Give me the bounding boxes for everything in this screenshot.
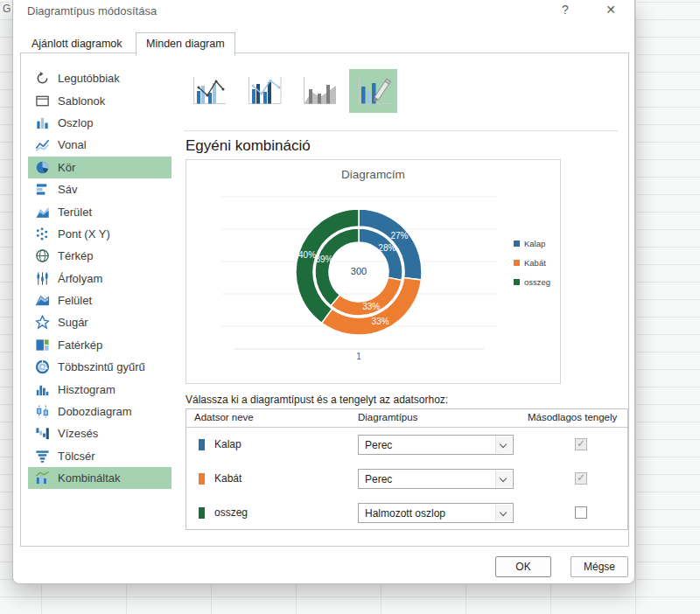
bar-chart-icon bbox=[35, 182, 55, 197]
sidebar-item-terulet[interactable]: Terület bbox=[28, 200, 172, 222]
histogram-chart-icon bbox=[35, 382, 55, 397]
sidebar-item-tobbszintu-gyuru[interactable]: Többszintű gyűrű bbox=[28, 356, 172, 378]
sidebar-item-label: Vízesés bbox=[58, 427, 98, 440]
pie-chart-icon bbox=[35, 160, 55, 175]
thumbnail-custom-combination[interactable] bbox=[349, 69, 397, 113]
recent-icon bbox=[35, 71, 55, 86]
dialog-content-frame: LegutóbbiakSablonokOszlopVonalKörSávTerü… bbox=[20, 52, 629, 547]
sidebar-item-felulet[interactable]: Felület bbox=[28, 290, 172, 311]
sidebar-item-label: Kör bbox=[58, 161, 75, 174]
sidebar-item-label: Hisztogram bbox=[58, 383, 116, 396]
close-icon[interactable]: ✕ bbox=[603, 3, 619, 17]
treemap-chart-icon bbox=[35, 338, 55, 352]
series-name: osszeg bbox=[214, 506, 248, 519]
sidebar-item-vonal[interactable]: Vonal bbox=[28, 134, 172, 156]
series-color-swatch bbox=[199, 439, 205, 450]
line-chart-icon bbox=[35, 137, 55, 152]
sidebar-item-label: Árfolyam bbox=[58, 272, 102, 285]
map-chart-icon bbox=[35, 248, 55, 263]
legend-item: Kalap bbox=[514, 239, 550, 248]
series-row-kalap: KalapPerec bbox=[186, 428, 627, 462]
dropdown-value: Perec bbox=[365, 439, 392, 451]
series-color-swatch bbox=[199, 507, 205, 519]
sidebar-item-legutobbiak[interactable]: Legutóbbiak bbox=[28, 67, 172, 89]
sidebar-item-hisztogram[interactable]: Hisztogram bbox=[28, 378, 172, 400]
sidebar-item-dobozdiagram[interactable]: Dobozdiagram bbox=[28, 401, 172, 422]
sidebar-item-label: Vonal bbox=[58, 138, 87, 151]
svg-text:39%: 39% bbox=[315, 255, 332, 264]
sidebar-item-label: Fatérkép bbox=[58, 338, 102, 352]
sidebar-item-vizeses[interactable]: Vízesés bbox=[28, 422, 172, 444]
chart-type-dropdown[interactable]: Perec bbox=[358, 469, 514, 489]
thumbnail-clustered-column-line[interactable] bbox=[184, 69, 232, 113]
doughnut-center-label: 300 bbox=[341, 266, 376, 276]
sidebar-item-sablonok[interactable]: Sablonok bbox=[28, 89, 172, 111]
sidebar-item-label: Pont (X Y) bbox=[58, 227, 110, 241]
legend-item: osszeg bbox=[514, 277, 550, 287]
series-prompt: Válassza ki a diagramtípust és a tengely… bbox=[186, 394, 448, 406]
chevron-down-icon[interactable] bbox=[495, 436, 512, 453]
secondary-axis-checkbox[interactable] bbox=[575, 506, 587, 519]
sidebar-item-sav[interactable]: Sáv bbox=[28, 178, 172, 200]
combo-chart-icon bbox=[35, 471, 55, 485]
chart-legend: KalapKabátosszeg bbox=[514, 239, 550, 297]
legend-label: Kabát bbox=[524, 258, 546, 268]
sidebar-item-pont-x-y[interactable]: Pont (X Y) bbox=[28, 223, 172, 245]
sidebar-item-kor[interactable]: Kör bbox=[28, 157, 172, 178]
svg-text:33%: 33% bbox=[372, 317, 389, 326]
stock-chart-icon bbox=[35, 271, 55, 286]
header-series-name: Adatsor neve bbox=[194, 412, 254, 422]
ok-button[interactable]: OK bbox=[495, 556, 551, 577]
header-chart-type: Diagramtípus bbox=[358, 412, 417, 422]
tab-all-charts[interactable]: Minden diagram bbox=[136, 32, 235, 56]
chart-type-dropdown[interactable]: Halmozott oszlop bbox=[358, 503, 514, 523]
chart-type-dropdown[interactable]: Perec bbox=[358, 435, 514, 455]
dialog-tabs: Ajánlott diagramok Minden diagram bbox=[22, 32, 235, 55]
secondary-axis-checkbox[interactable] bbox=[575, 438, 587, 450]
thumbnail-stacked-area-clustered-column[interactable] bbox=[294, 69, 342, 113]
series-name: Kalap bbox=[214, 438, 242, 450]
sunburst-chart-icon bbox=[35, 359, 55, 374]
help-icon[interactable]: ? bbox=[557, 3, 573, 17]
thumbnail-clustered-column-line-secondary-axis[interactable] bbox=[239, 69, 287, 113]
sidebar-item-label: Felület bbox=[58, 294, 92, 307]
series-table-header: Adatsor neve Diagramtípus Másodlagos ten… bbox=[186, 409, 627, 428]
svg-text:33%: 33% bbox=[362, 302, 380, 311]
series-table: Adatsor neve Diagramtípus Másodlagos ten… bbox=[186, 408, 628, 530]
sidebar-item-oszlop[interactable]: Oszlop bbox=[28, 112, 172, 134]
sidebar-item-terkep[interactable]: Térkép bbox=[28, 245, 172, 267]
sidebar-item-label: Sáv bbox=[58, 183, 77, 196]
sidebar-item-label: Sablonok bbox=[58, 94, 105, 108]
sidebar-item-kombinaltak[interactable]: Kombináltak bbox=[28, 467, 172, 489]
chevron-down-icon[interactable] bbox=[495, 505, 512, 521]
sidebar-item-label: Kombináltak bbox=[58, 471, 121, 485]
cancel-button[interactable]: Mégse bbox=[570, 556, 628, 577]
waterfall-chart-icon bbox=[35, 426, 55, 441]
tab-recommended-charts[interactable]: Ajánlott diagramok bbox=[22, 33, 132, 55]
sidebar-item-arfolyam[interactable]: Árfolyam bbox=[28, 268, 172, 290]
series-name: Kabát bbox=[214, 472, 242, 485]
change-chart-type-dialog: Diagramtípus módosítása ? ✕ Ajánlott dia… bbox=[12, 0, 635, 584]
sidebar-item-sugar[interactable]: Sugár bbox=[28, 311, 172, 333]
dropdown-value: Halmozott oszlop bbox=[365, 507, 445, 520]
chevron-down-icon[interactable] bbox=[495, 471, 512, 487]
secondary-axis-checkbox[interactable] bbox=[575, 472, 587, 485]
sidebar-item-tolcser[interactable]: Tölcsér bbox=[28, 445, 172, 467]
section-heading: Egyéni kombináció bbox=[186, 137, 311, 155]
sidebar-item-label: Térkép bbox=[58, 249, 93, 262]
legend-label: osszeg bbox=[524, 277, 550, 287]
svg-text:27%: 27% bbox=[390, 231, 408, 241]
dropdown-value: Perec bbox=[365, 473, 392, 485]
column-chart-icon bbox=[35, 115, 55, 130]
divider bbox=[184, 130, 618, 131]
area-chart-icon bbox=[35, 205, 55, 220]
sidebar-item-label: Legutóbbiak bbox=[58, 72, 120, 85]
sidebar-item-label: Többszintű gyűrű bbox=[58, 360, 145, 373]
sidebar-item-label: Terület bbox=[58, 206, 92, 219]
surface-chart-icon bbox=[35, 293, 55, 308]
series-color-swatch bbox=[199, 473, 205, 485]
sidebar-item-faterkep[interactable]: Fatérkép bbox=[28, 334, 172, 356]
header-secondary-axis: Másodlagos tengely bbox=[528, 412, 617, 422]
legend-swatch bbox=[514, 279, 520, 285]
legend-swatch bbox=[514, 241, 520, 247]
